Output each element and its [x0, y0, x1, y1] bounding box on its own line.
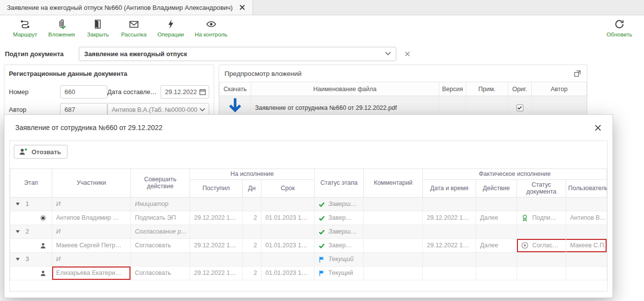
participants-cell: Макеев Сергей Петр… [52, 238, 131, 252]
comment-cell [364, 211, 423, 225]
stage-group-row-2[interactable]: 2 И Согласование р… Заверш… [10, 225, 607, 238]
act-cell [476, 266, 517, 280]
doc-status-cell-highlighted: Соглас… [517, 238, 566, 252]
datetime-cell: 29.12.2022 1… [423, 211, 476, 225]
check-done-icon [319, 242, 325, 249]
flag-current-icon [319, 270, 325, 276]
refresh-button[interactable]: Обновить [607, 19, 632, 37]
recall-button-label: Отозвать [32, 148, 61, 156]
route-button[interactable]: Маршрут [13, 19, 37, 37]
datetime-cell: 29.12.2022 1… [423, 238, 476, 252]
action-cell: Согласование р… [131, 225, 190, 238]
close-document-label: Закрыть [87, 32, 109, 37]
control-button[interactable]: На контроль [195, 19, 227, 37]
recall-button[interactable]: Отозвать [14, 145, 67, 159]
comment-cell [364, 266, 423, 280]
datetime-cell [423, 266, 476, 280]
route-dialog-title: Заявление от сотрудника №660 от 29.12.20… [15, 124, 594, 132]
collapse-triangle-icon[interactable] [15, 229, 20, 234]
eye-icon [206, 19, 217, 30]
chevron-down-icon [199, 108, 205, 112]
col-header-orig: Ориг. [508, 82, 532, 96]
participants-cell: И [52, 252, 131, 266]
collapse-triangle-icon[interactable] [15, 201, 20, 206]
refresh-icon [614, 19, 625, 30]
subtype-row: Подтип документа Заявление на ежегодный … [0, 44, 644, 64]
route-icon [20, 19, 31, 30]
participants-cell: И [52, 197, 131, 211]
due-cell: 01.01.2023 1… [261, 238, 315, 252]
collapse-triangle-icon[interactable] [15, 257, 20, 262]
registration-panel-title: Регистрационные данные документа [9, 70, 209, 77]
col-header-participants: Участники [52, 169, 131, 198]
stage-row-elizareva[interactable]: Елизарьева Екатери… Согласовать 29.12.20… [10, 266, 607, 280]
col-header-user: Пользователь [566, 180, 607, 198]
col-header-filename: Наименование файла [251, 82, 439, 96]
group-header-actual: Фактическое исполнение [423, 169, 607, 180]
open-in-window-icon[interactable] [574, 69, 581, 77]
col-header-days: Дн [243, 180, 261, 198]
route-table: Этап Участники Совершить действие На исп… [10, 168, 607, 280]
col-header-doc-status: Статус документа [517, 180, 566, 198]
stage-row-makeev[interactable]: Макеев Сергей Петр… Согласовать 29.12.20… [10, 238, 607, 252]
col-header-download: Скачать [220, 82, 251, 96]
stage-number: 2 [26, 228, 29, 235]
col-header-stage-status: Статус этапа [315, 169, 364, 198]
stage-number: 3 [26, 256, 29, 263]
user-cell: Антипов В… [566, 211, 607, 225]
close-document-button[interactable]: Закрыть [86, 19, 110, 37]
compose-date-label: Дата составле… [107, 88, 161, 96]
orig-checkbox[interactable] [516, 104, 523, 111]
action-cell: Подписать ЭП [131, 211, 190, 225]
person-icon [39, 269, 47, 277]
received-cell: 29.12.2022 1… [190, 266, 243, 280]
stage-group-row-1[interactable]: 1 И Инициатор Заверш… [10, 197, 607, 211]
number-input[interactable] [60, 85, 107, 99]
attachments-button[interactable]: Вложения [48, 19, 75, 37]
attachments-preview-header: Предпросмотр вложений [219, 65, 587, 82]
col-header-author: Автор [532, 82, 587, 96]
action-cell: Согласовать [131, 266, 190, 280]
signed-medal-icon [521, 214, 529, 222]
col-header-stage: Этап [10, 169, 52, 198]
operations-label: Операции [158, 32, 184, 37]
operations-button[interactable]: Операции [158, 19, 184, 37]
col-header-comment: Комментарий [364, 169, 423, 198]
doc-status-cell [517, 266, 566, 280]
received-cell: 29.12.2022 1… [190, 238, 243, 252]
dialog-close-icon[interactable] [594, 124, 602, 132]
user-cell [566, 266, 607, 280]
mailing-button[interactable]: Рассылка [121, 19, 147, 37]
document-tab[interactable]: Заявление на ежегодный отпуск №660 (Анти… [0, 0, 253, 15]
flag-current-icon [319, 256, 325, 263]
compose-date-field [161, 85, 209, 99]
route-dialog-header: Заявление от сотрудника №660 от 29.12.20… [4, 115, 612, 140]
author-name-value: Антипов В.А.(Таб. №0000-0004 [112, 106, 197, 113]
subtype-label: Подтип документа [5, 50, 79, 58]
stage-row-antipov[interactable]: Антипов Владимир … Подписать ЭП 29.12.20… [10, 211, 607, 225]
subtype-combobox[interactable]: Заявление на ежегодный отпуск [79, 47, 396, 61]
due-cell: 01.01.2023 1… [261, 266, 315, 280]
days-cell: 2 [243, 266, 261, 280]
participants-cell: И [52, 225, 131, 238]
route-label: Маршрут [13, 32, 37, 37]
doc-status-cell: Подпи… [517, 211, 566, 225]
calendar-icon[interactable] [199, 88, 206, 96]
subtype-clear-icon[interactable] [404, 51, 411, 57]
main-toolbar: Маршрут Вложения Закрыть Рассылка Операц… [0, 15, 644, 44]
check-icon [517, 105, 522, 110]
tab-close-icon[interactable] [239, 4, 246, 11]
mailing-label: Рассылка [121, 32, 147, 37]
action-cell: Инициатор [131, 197, 190, 211]
col-header-note: Прим. [466, 82, 508, 96]
comment-cell [364, 238, 423, 252]
stage-status-cell: Завер… [315, 211, 364, 225]
stage-status-cell: Заверш… [315, 197, 364, 211]
route-dialog: Заявление от сотрудника №660 от 29.12.20… [4, 114, 613, 298]
person-icon [39, 242, 47, 249]
mail-icon [129, 19, 139, 30]
check-done-icon [319, 229, 325, 235]
subtype-value: Заявление на ежегодный отпуск [84, 50, 385, 58]
check-done-icon [319, 215, 325, 221]
stage-group-row-3[interactable]: 3 И Текущий [10, 252, 607, 266]
